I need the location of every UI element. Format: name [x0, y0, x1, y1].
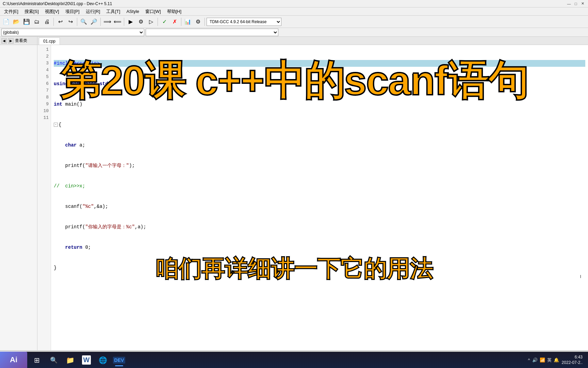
menu-view[interactable]: 视图[V] — [42, 8, 62, 15]
tray-lang[interactable]: 英 — [547, 357, 552, 363]
sep5 — [158, 18, 158, 26]
line-num-1: 1 — [39, 46, 49, 53]
code-line-7[interactable]: // cin>>x; — [54, 183, 585, 189]
sep7 — [205, 18, 205, 26]
code-line-10[interactable]: return 0; — [54, 244, 585, 251]
code-line-11[interactable]: } — [54, 264, 585, 271]
tb-settings[interactable]: ⚙ — [193, 17, 203, 27]
code-line-3[interactable]: int main() — [54, 101, 585, 108]
line-num-4: 4 — [39, 67, 49, 74]
globals-select[interactable]: (globals) — [1, 29, 144, 36]
tb-compile-run[interactable]: ▶ — [126, 17, 135, 27]
code-lines[interactable]: #include<cstdio> using namespace std; in… — [51, 45, 588, 350]
line-num-8: 8 — [39, 94, 49, 101]
tb-find[interactable]: 🔍 — [79, 17, 88, 27]
taskbar-chrome-icon: 🌐 — [99, 356, 107, 364]
editor-tab-file[interactable]: 01.cpp — [39, 37, 60, 45]
clock-time: 6:43 — [562, 355, 583, 360]
tb-run[interactable]: ▷ — [146, 17, 156, 27]
fold-icon[interactable]: - — [54, 123, 58, 127]
code-line-6[interactable]: printf("请输入一个字母："); — [54, 162, 585, 169]
ai-badge[interactable]: Ai — [0, 352, 27, 368]
title-text: C:\Users\Administrator\Desktop\lx\20\01.… — [3, 1, 112, 6]
menu-bar: 文件[E] 搜索[S] 视图[V] 项目[P] 运行[R] 工具[T] ASty… — [0, 7, 588, 16]
line-num-10: 10 — [39, 108, 49, 114]
compiler-select[interactable]: TDM-GCC 4.9.2 64-bit Release — [207, 18, 281, 26]
code-line-9[interactable]: printf("你输入的字母是：%c",a); — [54, 224, 585, 230]
taskbar: Ai ⊞ 🔍 📁 W 🌐 DEV ^ 🔊 📶 英 🔔 6:43 2022-07-… — [0, 352, 588, 368]
sidebar-label: 查看类 — [15, 38, 27, 44]
tb-save[interactable]: 💾 — [22, 17, 31, 27]
editor-area: 01.cpp 1 2 3 4 5 6 7 8 9 10 11 — [37, 37, 588, 350]
sidebar: ◀ ▶ 查看类 — [0, 37, 37, 350]
line-numbers: 1 2 3 4 5 6 7 8 9 10 11 — [37, 45, 51, 350]
minimize-button[interactable]: — — [566, 1, 572, 6]
line-num-9: 9 — [39, 101, 49, 108]
code-line-8[interactable]: scanf("%c",&a); — [54, 203, 585, 210]
line-num-5: 5 — [39, 74, 49, 80]
menu-search[interactable]: 搜索[S] — [22, 8, 42, 15]
maximize-button[interactable]: □ — [573, 1, 578, 6]
taskbar-devcpp-icon: DEV — [113, 357, 126, 364]
main-layout: ◀ ▶ 查看类 01.cpp 1 2 3 4 5 6 7 8 9 — [0, 37, 588, 350]
menu-window[interactable]: 窗口[W] — [143, 8, 164, 15]
clock: 6:43 2022-07-2.. — [562, 355, 583, 365]
tb-stop[interactable]: ✗ — [170, 17, 179, 27]
tray-expand[interactable]: ^ — [528, 357, 530, 363]
taskbar-apps: 🔍 📁 W 🌐 DEV — [46, 353, 127, 367]
tb-replace[interactable]: 🔎 — [89, 17, 99, 27]
tb-unindent[interactable]: ⟸ — [113, 17, 122, 27]
title-controls: — □ ✕ — [566, 1, 585, 6]
sep2 — [77, 18, 77, 26]
sidebar-header: ◀ ▶ 查看类 — [0, 37, 37, 45]
line-num-11: 11 — [39, 114, 49, 121]
taskbar-explorer[interactable]: 📁 — [63, 353, 78, 367]
close-button[interactable]: ✕ — [580, 1, 585, 6]
code-line-5[interactable]: char a; — [54, 142, 585, 149]
code-line-1[interactable]: #include<cstdio> — [54, 60, 585, 67]
taskbar-word[interactable]: W — [79, 353, 94, 367]
menu-run[interactable]: 运行[R] — [83, 8, 103, 15]
tray-volume[interactable]: 🔊 — [532, 357, 538, 363]
tb-chart[interactable]: 📊 — [183, 17, 193, 27]
tb-new[interactable]: 📄 — [1, 17, 11, 27]
tb-compile[interactable]: ⚙ — [136, 17, 146, 27]
code-editor[interactable]: 1 2 3 4 5 6 7 8 9 10 11 #include<cstdio>… — [37, 45, 588, 350]
sidebar-prev[interactable]: ◀ — [1, 38, 7, 44]
tray-network[interactable]: 📶 — [540, 357, 545, 363]
tb-saveall[interactable]: 🗂 — [32, 17, 42, 27]
func-select[interactable] — [146, 29, 278, 36]
sep4 — [124, 18, 124, 26]
tb-open[interactable]: 📂 — [12, 17, 21, 27]
taskbar-devcpp[interactable]: DEV — [112, 353, 127, 367]
menu-help[interactable]: 帮助[H] — [164, 8, 184, 15]
tb-print[interactable]: 🖨 — [42, 17, 52, 27]
tb-debug-check[interactable]: ✓ — [160, 17, 169, 27]
sep6 — [181, 18, 181, 26]
tray-notification[interactable]: 🔔 — [554, 357, 559, 363]
taskbar-search-icon: 🔍 — [50, 356, 58, 364]
taskbar-search[interactable]: 🔍 — [46, 353, 61, 367]
tab-bar: 01.cpp — [37, 37, 588, 45]
title-bar: C:\Users\Administrator\Desktop\lx\20\01.… — [0, 0, 588, 7]
sep3 — [100, 18, 101, 26]
menu-project[interactable]: 项目[P] — [63, 8, 82, 15]
taskbar-chrome[interactable]: 🌐 — [95, 353, 110, 367]
line-num-7: 7 — [39, 87, 49, 94]
line-num-2: 2 — [39, 53, 49, 60]
taskbar-explorer-icon: 📁 — [66, 356, 75, 364]
menu-tools[interactable]: 工具[T] — [103, 8, 123, 15]
start-button[interactable]: ⊞ — [30, 353, 44, 367]
code-line-2[interactable]: using namespace std; — [54, 80, 585, 87]
code-line-4[interactable]: -{ — [54, 121, 585, 128]
tb-redo[interactable]: ↪ — [66, 17, 75, 27]
tb-indent[interactable]: ⟹ — [102, 17, 112, 27]
sep1 — [53, 18, 54, 26]
code-include: #include<cstdio> — [54, 60, 99, 67]
code-content: 1 2 3 4 5 6 7 8 9 10 11 #include<cstdio>… — [37, 45, 588, 350]
menu-astyle[interactable]: AStyle — [124, 8, 142, 15]
menu-file[interactable]: 文件[E] — [1, 8, 21, 15]
tb-undo[interactable]: ↩ — [55, 17, 65, 27]
sidebar-next[interactable]: ▶ — [8, 38, 14, 44]
line-num-6: 6 — [39, 80, 49, 87]
